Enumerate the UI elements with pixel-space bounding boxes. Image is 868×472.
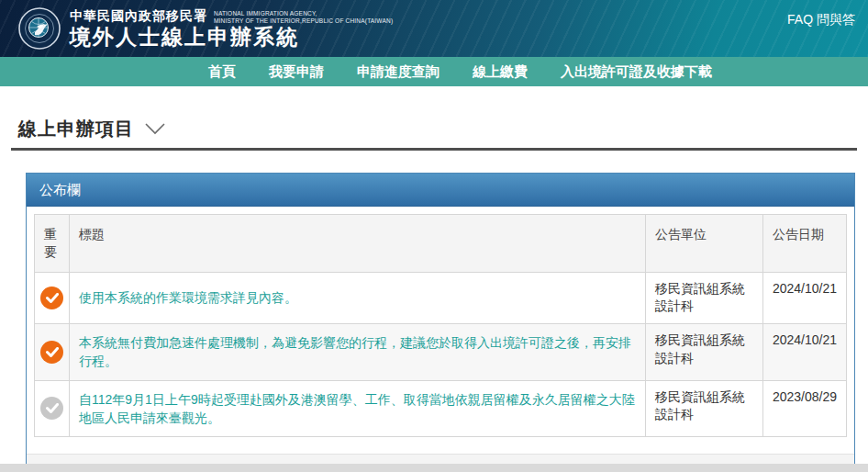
table-header-row: 重要 標題 公告單位 公告日期 <box>35 215 847 273</box>
announcement-table: 重要 標題 公告單位 公告日期 使用本系統的作業環境需求詳見內容。移民資訊組系統… <box>34 214 847 437</box>
announcement-panel-body: 重要 標題 公告單位 公告日期 使用本系統的作業環境需求詳見內容。移民資訊組系統… <box>27 207 854 454</box>
agency-name-zh: 中華民國內政部移民署 <box>70 8 207 25</box>
cell-unit: 移民資訊組系統設計科 <box>645 272 762 323</box>
chevron-down-icon[interactable] <box>145 123 165 135</box>
cell-date: 2023/08/29 <box>762 380 846 437</box>
announcement-link[interactable]: 本系統無付費加急速件處理機制，為避免影響您的行程，建議您於取得入出境許可證之後，… <box>79 335 631 368</box>
page-bottom-strip <box>0 464 868 472</box>
agency-name-en: NATIONAL IMMIGRATION AGENCY, MINISTRY OF… <box>214 8 393 25</box>
page-title-row: 線上申辦項目 <box>18 118 868 140</box>
important-check-icon <box>40 341 63 364</box>
page-title: 線上申辦項目 <box>18 117 134 141</box>
table-row: 自112年9月1日上午9時起受理赴國外及港澳留學、工作、取得當地依親居留權及永久… <box>35 380 847 437</box>
announcement-panel: 公布欄 重要 標題 公告單位 公告日期 使用本系統的作業環境需求詳見內容。移民資… <box>26 173 855 472</box>
column-header-date: 公告日期 <box>762 215 846 273</box>
cell-title: 本系統無付費加急速件處理機制，為避免影響您的行程，建議您於取得入出境許可證之後，… <box>70 323 646 380</box>
agency-en-line2: MINISTRY OF THE INTERIOR,REPUBLIC OF CHI… <box>214 17 393 24</box>
agency-en-line1: NATIONAL IMMIGRATION AGENCY, <box>214 10 317 17</box>
important-check-icon <box>40 287 63 309</box>
cell-unit: 移民資訊組系統設計科 <box>645 380 762 437</box>
cell-important <box>35 323 70 380</box>
agency-logo-icon <box>18 7 61 50</box>
column-header-important: 重要 <box>35 215 70 273</box>
announcement-link[interactable]: 自112年9月1日上午9時起受理赴國外及港澳留學、工作、取得當地依親居留權及永久… <box>79 392 635 425</box>
main-nav: 首頁我要申請申請進度查詢線上繳費入出境許可證及收據下載 <box>0 57 868 86</box>
cell-title: 使用本系統的作業環境需求詳見內容。 <box>70 272 646 323</box>
nav-item-3[interactable]: 線上繳費 <box>473 63 528 81</box>
column-header-title: 標題 <box>70 215 646 273</box>
announcement-panel-title: 公布欄 <box>27 174 854 207</box>
announcement-link[interactable]: 使用本系統的作業環境需求詳見內容。 <box>79 290 297 305</box>
cell-title: 自112年9月1日上午9時起受理赴國外及港澳留學、工作、取得當地依親居留權及永久… <box>70 380 646 437</box>
faq-link[interactable]: FAQ 問與答 <box>787 12 855 28</box>
brand: 中華民國內政部移民署 NATIONAL IMMIGRATION AGENCY, … <box>0 7 393 50</box>
cell-important <box>35 380 70 437</box>
cell-date: 2024/10/21 <box>762 272 846 323</box>
cell-date: 2024/10/21 <box>762 323 846 380</box>
cell-unit: 移民資訊組系統設計科 <box>645 323 762 380</box>
inactive-check-icon <box>40 397 63 420</box>
nav-item-2[interactable]: 申請進度查詢 <box>357 63 440 81</box>
table-row: 本系統無付費加急速件處理機制，為避免影響您的行程，建議您於取得入出境許可證之後，… <box>35 323 847 380</box>
nav-item-0[interactable]: 首頁 <box>208 63 236 81</box>
brand-text: 中華民國內政部移民署 NATIONAL IMMIGRATION AGENCY, … <box>70 8 393 50</box>
site-title: 境外人士線上申辦系統 <box>70 25 393 49</box>
nav-item-4[interactable]: 入出境許可證及收據下載 <box>561 63 712 81</box>
table-row: 使用本系統的作業環境需求詳見內容。移民資訊組系統設計科2024/10/21 <box>35 272 847 323</box>
cell-important <box>35 272 70 323</box>
title-divider <box>11 148 857 151</box>
main-content: 線上申辦項目 公布欄 重要 標題 公告單位 公告日期 使用本系統的作業環境需求詳… <box>0 118 868 472</box>
column-header-unit: 公告單位 <box>645 215 762 273</box>
site-header: 中華民國內政部移民署 NATIONAL IMMIGRATION AGENCY, … <box>0 0 868 57</box>
nav-item-1[interactable]: 我要申請 <box>269 63 324 81</box>
